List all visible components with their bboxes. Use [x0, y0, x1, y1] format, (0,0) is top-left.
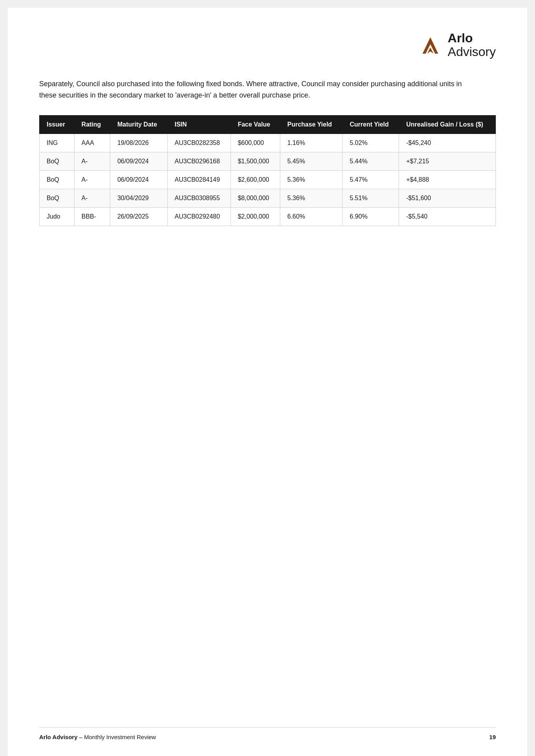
table-cell-0-1: AAA — [74, 134, 110, 152]
table-cell-2-6: 5.47% — [343, 170, 399, 189]
table-row: BoQA-30/04/2029AU3CB0308955$8,000,0005.3… — [40, 189, 496, 207]
col-header-purchase-yield: Purchase Yield — [280, 115, 343, 134]
table-cell-4-3: AU3CB0292480 — [167, 207, 230, 226]
footer-page-number: 19 — [489, 734, 496, 740]
col-header-current-yield: Current Yield — [343, 115, 399, 134]
table-cell-2-4: $2,600,000 — [230, 170, 280, 189]
table-cell-1-7: +$7,215 — [399, 152, 496, 170]
footer-brand: Arlo Advisory — [39, 734, 78, 740]
col-header-maturity: Maturity Date — [110, 115, 167, 134]
footer-subtitle: – Monthly Investment Review — [78, 734, 156, 740]
table-cell-3-0: BoQ — [40, 189, 74, 207]
col-header-issuer: Issuer — [40, 115, 74, 134]
logo-area: Arlo Advisory — [39, 31, 496, 59]
arlo-logo-icon — [419, 33, 442, 57]
table-cell-4-4: $2,000,000 — [230, 207, 280, 226]
table-cell-2-7: +$4,888 — [399, 170, 496, 189]
table-cell-3-6: 5.51% — [343, 189, 399, 207]
page: Arlo Advisory Separately, Council also p… — [8, 8, 527, 756]
table-cell-3-1: A- — [74, 189, 110, 207]
table-row: BoQA-06/09/2024AU3CB0296168$1,500,0005.4… — [40, 152, 496, 170]
col-header-face-value: Face Value — [230, 115, 280, 134]
col-header-unrealised: Unrealised Gain / Loss ($) — [399, 115, 496, 134]
table-row: BoQA-06/09/2024AU3CB0284149$2,600,0005.3… — [40, 170, 496, 189]
table-cell-1-0: BoQ — [40, 152, 74, 170]
table-cell-4-5: 6.60% — [280, 207, 343, 226]
table-cell-4-7: -$5,540 — [399, 207, 496, 226]
table-cell-3-3: AU3CB0308955 — [167, 189, 230, 207]
table-cell-0-5: 1.16% — [280, 134, 343, 152]
col-header-rating: Rating — [74, 115, 110, 134]
intro-paragraph: Separately, Council also purchased into … — [39, 78, 470, 101]
footer-left: Arlo Advisory – Monthly Investment Revie… — [39, 734, 156, 740]
logo-brand: Arlo — [448, 31, 496, 45]
table-cell-0-6: 5.02% — [343, 134, 399, 152]
table-row: INGAAA19/08/2026AU3CB0282358$600,0001.16… — [40, 134, 496, 152]
table-cell-4-0: Judo — [40, 207, 74, 226]
table-cell-2-3: AU3CB0284149 — [167, 170, 230, 189]
logo-container: Arlo Advisory — [419, 31, 496, 59]
table-cell-3-5: 5.36% — [280, 189, 343, 207]
table-cell-1-6: 5.44% — [343, 152, 399, 170]
table-cell-0-0: ING — [40, 134, 74, 152]
table-cell-2-5: 5.36% — [280, 170, 343, 189]
table-cell-1-2: 06/09/2024 — [110, 152, 167, 170]
table-cell-3-4: $8,000,000 — [230, 189, 280, 207]
logo-tagline: Advisory — [448, 45, 496, 59]
logo-text: Arlo Advisory — [448, 31, 496, 59]
table-cell-1-1: A- — [74, 152, 110, 170]
table-row: JudoBBB-26/09/2025AU3CB0292480$2,000,000… — [40, 207, 496, 226]
table-cell-2-0: BoQ — [40, 170, 74, 189]
table-cell-1-4: $1,500,000 — [230, 152, 280, 170]
table-cell-0-4: $600,000 — [230, 134, 280, 152]
table-cell-4-1: BBB- — [74, 207, 110, 226]
bonds-table: Issuer Rating Maturity Date ISIN Face Va… — [39, 115, 496, 226]
page-footer: Arlo Advisory – Monthly Investment Revie… — [39, 727, 496, 740]
table-cell-3-7: -$51,600 — [399, 189, 496, 207]
table-cell-2-1: A- — [74, 170, 110, 189]
table-cell-0-3: AU3CB0282358 — [167, 134, 230, 152]
table-cell-0-7: -$45,240 — [399, 134, 496, 152]
table-cell-3-2: 30/04/2029 — [110, 189, 167, 207]
table-cell-0-2: 19/08/2026 — [110, 134, 167, 152]
table-header-row: Issuer Rating Maturity Date ISIN Face Va… — [40, 115, 496, 134]
table-cell-4-2: 26/09/2025 — [110, 207, 167, 226]
table-cell-1-3: AU3CB0296168 — [167, 152, 230, 170]
table-cell-2-2: 06/09/2024 — [110, 170, 167, 189]
table-cell-1-5: 5.45% — [280, 152, 343, 170]
table-cell-4-6: 6.90% — [343, 207, 399, 226]
col-header-isin: ISIN — [167, 115, 230, 134]
